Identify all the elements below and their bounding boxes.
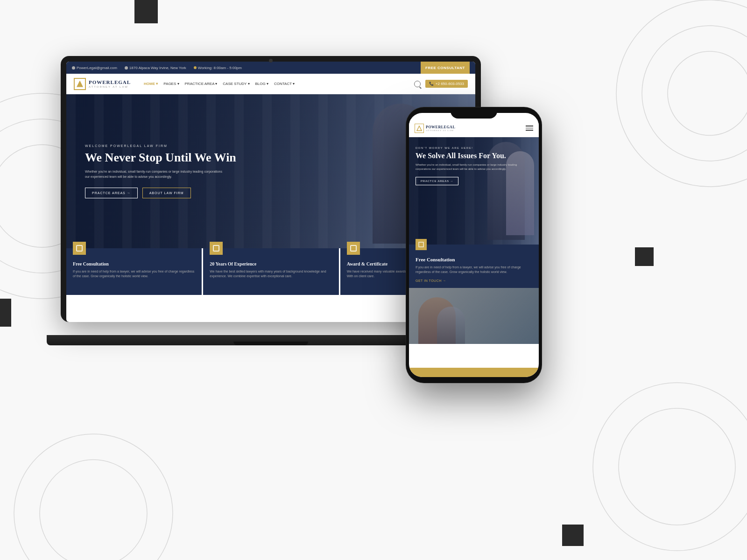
- topbar-address-item: 1870 Alpaca Way Irvine, New York: [125, 66, 186, 70]
- feature-icon-1: [73, 242, 86, 255]
- topbar-address: 1870 Alpaca Way Irvine, New York: [129, 66, 186, 70]
- phone-icon: 📞: [429, 82, 434, 86]
- phone-hero: DON'T WORRY WE ARE HERE! We Solve All Is…: [409, 137, 539, 245]
- search-icon[interactable]: [414, 81, 421, 87]
- phone-feature-icon-svg: [418, 241, 424, 248]
- topbar-hours-item: Working: 8:00am - 5:00pm: [194, 66, 242, 70]
- phone-tagline: ATTORNEY AT LAW: [426, 129, 455, 132]
- hero-practice-areas-button[interactable]: PRACTCE AREAS →: [85, 188, 138, 198]
- logo-brand-name: POWERLEGAL: [89, 80, 131, 85]
- feature-icon-2: [210, 242, 223, 255]
- deco-rect-bottom-right: [562, 525, 584, 546]
- feature-icon-3: [347, 242, 360, 255]
- email-icon: [72, 66, 75, 70]
- phone-logo: POWERLEGAL ATTORNEY AT LAW: [415, 124, 455, 133]
- deco-rect-left: [0, 299, 11, 327]
- nav-link-contact[interactable]: CONTACT ▾: [274, 82, 295, 86]
- feature-card-1: Free Consultation If you are in need of …: [66, 248, 202, 295]
- hamburger-line-1: [526, 126, 533, 126]
- phone-feature-desc: If you are in need of help from a lawyer…: [416, 265, 532, 274]
- phone-hero-content: DON'T WORRY WE ARE HERE! We Solve All Is…: [416, 147, 532, 185]
- hero-about-button[interactable]: ABOUT LAW FIRM: [142, 188, 191, 198]
- svg-point-5: [668, 51, 747, 135]
- hero-content: WELCOME POWERLEGAL LAW FIRM We Never Sto…: [66, 130, 255, 212]
- site-navbar: POWERLEGAL ATTORNEY AT LAW HOME ▾ PAGES …: [66, 74, 475, 94]
- nav-link-home[interactable]: HOME ▾: [144, 82, 158, 86]
- topbar-email: PowerLegal@gmail.com: [77, 66, 117, 70]
- svg-point-6: [593, 383, 747, 551]
- deco-rect-top: [134, 0, 158, 23]
- deco-rect-right: [635, 247, 654, 266]
- feature-icon-inner-2: [213, 245, 219, 252]
- nav-link-practice[interactable]: PRACTICE AREA ▾: [185, 82, 218, 86]
- phone-cta-badge[interactable]: 📞 +2 650-603-0533: [425, 80, 468, 88]
- hero-description: Whether you're an individual, small fami…: [85, 169, 225, 179]
- phone-hero-eyebrow: DON'T WORRY WE ARE HERE!: [416, 147, 532, 149]
- phone-get-in-touch-link[interactable]: GET IN TOUCH →: [416, 279, 446, 282]
- hero-buttons: PRACTCE AREAS → ABOUT LAW FIRM: [85, 188, 236, 198]
- site-nav-right: 📞 +2 650-603-0533: [414, 80, 468, 88]
- phone-navbar: POWERLEGAL ATTORNEY AT LAW: [409, 119, 539, 137]
- phone-hero-title: We Solve All Issues For You.: [416, 151, 532, 160]
- site-topbar: PowerLegal@gmail.com 1870 Alpaca Way Irv…: [66, 62, 475, 74]
- phone-device: POWERLEGAL ATTORNEY AT LAW: [406, 107, 542, 383]
- location-icon: [125, 66, 128, 70]
- svg-point-7: [619, 408, 735, 525]
- topbar-hours: Working: 8:00am - 5:00pm: [198, 66, 242, 70]
- feature-desc-1: If you are in need of help from a lawyer…: [73, 269, 195, 279]
- hamburger-line-3: [526, 130, 533, 131]
- phone-notch: [451, 107, 497, 119]
- phone-feature-icon: [416, 239, 427, 250]
- hero-eyebrow: WELCOME POWERLEGAL LAW FIRM: [85, 144, 236, 147]
- laptop-camera: [269, 59, 273, 63]
- svg-rect-11: [419, 242, 423, 247]
- svg-point-9: [40, 460, 147, 560]
- logo-icon-inner: [77, 81, 83, 87]
- phone-get-in-touch: GET IN TOUCH →: [416, 279, 532, 282]
- phone-logo-svg: [416, 126, 422, 131]
- site-logo: POWERLEGAL ATTORNEY AT LAW: [74, 78, 131, 90]
- feature-desc-2: We have the best skilled lawyers with ma…: [210, 269, 331, 279]
- phone-brand-name: POWERLEGAL: [426, 125, 455, 129]
- logo-tagline: ATTORNEY AT LAW: [89, 85, 131, 88]
- phone-feature-card: Free Consultation If you are in need of …: [409, 245, 539, 288]
- feature-icon-inner-3: [350, 245, 357, 252]
- site-nav-links: HOME ▾ PAGES ▾ PRACTICE AREA ▾ CASE STUD…: [144, 82, 295, 86]
- phone-number: +2 650-603-0533: [436, 82, 464, 86]
- phone-practice-areas-button[interactable]: PRACTCE AREAS →: [416, 177, 458, 185]
- nav-link-pages[interactable]: PAGES ▾: [163, 82, 179, 86]
- phone-image-section: [409, 288, 539, 344]
- svg-point-4: [642, 26, 747, 161]
- phone-frame: POWERLEGAL ATTORNEY AT LAW: [406, 107, 542, 383]
- feature-icon-inner-1: [76, 245, 83, 252]
- hero-title: We Never Stop Until We Win: [85, 150, 236, 165]
- scene: About PowerLegal@gmail.com 1870 Alpaca W…: [0, 0, 747, 560]
- phone-gold-bar: [409, 368, 539, 377]
- logo-icon: [74, 78, 86, 90]
- phone-person2: [437, 307, 465, 344]
- phone-screen: POWERLEGAL ATTORNEY AT LAW: [409, 113, 539, 377]
- clock-icon: [194, 66, 197, 69]
- hamburger-line-2: [526, 128, 533, 129]
- nav-link-case-study[interactable]: CASE STUDY ▾: [223, 82, 249, 86]
- phone-logo-text-block: POWERLEGAL ATTORNEY AT LAW: [426, 125, 455, 132]
- logo-text-block: POWERLEGAL ATTORNEY AT LAW: [89, 80, 131, 88]
- svg-point-3: [616, 0, 747, 187]
- feature-title-1: Free Consultation: [73, 261, 195, 266]
- svg-point-8: [14, 434, 173, 560]
- topbar-cta-label: FREE CONSULTANT: [425, 66, 465, 70]
- feature-title-2: 20 Years Of Experience: [210, 261, 331, 266]
- topbar-cta-button[interactable]: FREE CONSULTANT: [421, 62, 470, 74]
- feature-card-2: 20 Years Of Experience We have the best …: [203, 248, 338, 295]
- phone-feature-title: Free Consultation: [416, 257, 532, 262]
- svg-marker-10: [417, 126, 422, 131]
- phone-hero-desc: Whether you're an individual, small fami…: [416, 163, 532, 171]
- phone-logo-icon: [415, 124, 424, 133]
- topbar-email-item: PowerLegal@gmail.com: [72, 66, 117, 70]
- hamburger-menu-icon[interactable]: [526, 126, 533, 131]
- nav-link-blog[interactable]: BLOG ▾: [255, 82, 268, 86]
